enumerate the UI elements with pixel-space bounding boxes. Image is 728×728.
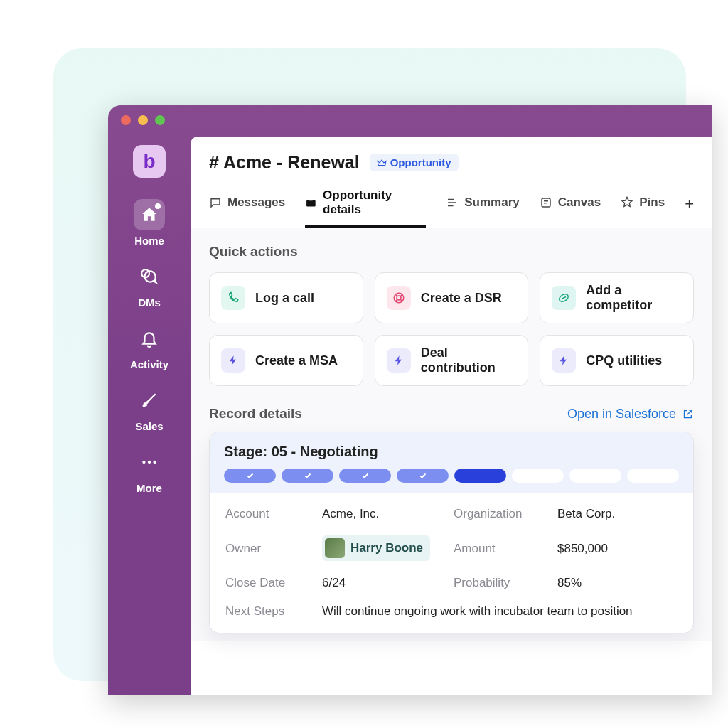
rocket-icon bbox=[140, 391, 159, 410]
channel-title[interactable]: # Acme - Renewal bbox=[209, 152, 360, 173]
field-value-close-date: 6/24 bbox=[322, 576, 442, 590]
quick-action-cpq-utilities[interactable]: CPQ utilities bbox=[540, 335, 694, 386]
quick-action-create-dsr[interactable]: Create a DSR bbox=[375, 272, 529, 323]
pin-icon bbox=[621, 196, 633, 209]
maximize-window-dot[interactable] bbox=[155, 115, 165, 125]
summary-icon bbox=[446, 196, 459, 209]
field-value-account: Acme, Inc. bbox=[322, 507, 442, 521]
add-tab-button[interactable]: + bbox=[685, 195, 694, 222]
tab-pins[interactable]: Pins bbox=[621, 196, 665, 220]
stage-pill-done[interactable] bbox=[224, 469, 276, 483]
quick-action-create-msa[interactable]: Create a MSA bbox=[209, 335, 363, 386]
svg-point-3 bbox=[153, 461, 156, 464]
svg-point-1 bbox=[142, 461, 145, 464]
main-content: # Acme - Renewal Opportunity Messages Op… bbox=[191, 136, 712, 695]
sidebar-item-label: Home bbox=[134, 235, 164, 247]
quick-action-deal-contribution[interactable]: Deal contribution bbox=[375, 335, 529, 386]
bolt-icon bbox=[552, 348, 576, 373]
svg-rect-4 bbox=[306, 200, 316, 207]
field-value-probability: 85% bbox=[557, 576, 678, 590]
stage-pill-current[interactable] bbox=[454, 469, 506, 483]
sidebar-item-label: Sales bbox=[135, 420, 163, 432]
avatar bbox=[325, 538, 345, 558]
stage-progress bbox=[224, 469, 679, 483]
canvas-icon bbox=[540, 196, 552, 209]
stage-pill-done[interactable] bbox=[397, 469, 449, 483]
close-window-dot[interactable] bbox=[121, 115, 131, 125]
record-fields: Account Acme, Inc. Organization Beta Cor… bbox=[210, 493, 693, 633]
owner-chip[interactable]: Harry Boone bbox=[322, 535, 430, 561]
stage-pill-done[interactable] bbox=[339, 469, 391, 483]
minimize-window-dot[interactable] bbox=[138, 115, 148, 125]
tab-bar: Messages Opportunity details Summary Can… bbox=[209, 188, 694, 228]
sidebar-item-activity[interactable]: Activity bbox=[130, 323, 168, 370]
opportunity-badge[interactable]: Opportunity bbox=[370, 154, 459, 171]
briefcase-icon bbox=[305, 196, 317, 209]
dms-icon bbox=[140, 267, 159, 286]
field-label-account: Account bbox=[225, 507, 311, 521]
bolt-icon bbox=[221, 348, 245, 373]
quick-action-add-competitor[interactable]: Add a competitor bbox=[540, 272, 694, 323]
field-label-organization: Organization bbox=[454, 507, 546, 521]
lifebuoy-icon bbox=[387, 286, 411, 310]
record-details-title: Record details bbox=[209, 406, 302, 422]
sidebar-item-label: More bbox=[136, 482, 162, 494]
app-window: b Home DMs Activity Sales bbox=[108, 105, 712, 695]
sidebar-item-more[interactable]: More bbox=[134, 446, 165, 494]
stage-pill-upcoming[interactable] bbox=[569, 469, 621, 483]
bolt-icon bbox=[387, 348, 411, 373]
bell-icon bbox=[140, 329, 159, 348]
sidebar-item-home[interactable]: Home bbox=[134, 199, 165, 247]
football-icon bbox=[552, 286, 576, 310]
window-traffic-lights bbox=[121, 115, 165, 125]
field-label-probability: Probability bbox=[454, 576, 546, 590]
svg-point-2 bbox=[148, 461, 151, 464]
external-link-icon bbox=[682, 408, 694, 420]
svg-point-8 bbox=[397, 296, 401, 300]
phone-icon bbox=[221, 286, 245, 310]
stage-pill-upcoming[interactable] bbox=[627, 469, 679, 483]
field-value-amount: $850,000 bbox=[557, 542, 678, 556]
sidebar-item-sales[interactable]: Sales bbox=[134, 385, 165, 432]
field-label-amount: Amount bbox=[454, 542, 546, 556]
tab-summary[interactable]: Summary bbox=[446, 196, 519, 220]
field-value-organization: Beta Corp. bbox=[557, 507, 678, 521]
svg-rect-5 bbox=[309, 198, 314, 200]
stage-title: Stage: 05 - Negotiating bbox=[224, 444, 679, 460]
crown-icon bbox=[377, 158, 387, 168]
tab-messages[interactable]: Messages bbox=[209, 196, 285, 220]
ellipsis-icon bbox=[140, 453, 159, 471]
channel-header: # Acme - Renewal Opportunity bbox=[209, 152, 694, 173]
field-label-next-steps: Next Steps bbox=[225, 604, 311, 619]
stage-strip: Stage: 05 - Negotiating bbox=[210, 432, 693, 493]
sidebar-item-dms[interactable]: DMs bbox=[134, 261, 165, 309]
notification-dot bbox=[155, 203, 161, 209]
open-in-salesforce-link[interactable]: Open in Salesforce bbox=[567, 407, 694, 422]
stage-pill-done[interactable] bbox=[282, 469, 333, 483]
field-value-owner[interactable]: Harry Boone bbox=[322, 535, 442, 562]
hash-icon: # bbox=[209, 152, 219, 172]
workspace-badge[interactable]: b bbox=[133, 145, 166, 178]
sidebar: b Home DMs Activity Sales bbox=[108, 105, 191, 695]
record-card: Stage: 05 - Negotiating Account Acm bbox=[209, 432, 694, 633]
messages-icon bbox=[209, 196, 222, 209]
field-value-next-steps: Will continue ongoing work with incubato… bbox=[322, 604, 678, 619]
quick-action-log-call[interactable]: Log a call bbox=[209, 272, 363, 323]
tab-canvas[interactable]: Canvas bbox=[540, 196, 601, 220]
quick-actions-title: Quick actions bbox=[209, 244, 694, 259]
field-label-owner: Owner bbox=[225, 542, 311, 556]
quick-actions-section: Quick actions Log a call Create a DSR bbox=[191, 228, 712, 641]
sidebar-item-label: Activity bbox=[130, 358, 168, 370]
field-label-close-date: Close Date bbox=[225, 576, 311, 590]
tab-opportunity-details[interactable]: Opportunity details bbox=[305, 188, 426, 228]
sidebar-item-label: DMs bbox=[138, 296, 161, 309]
stage-pill-upcoming[interactable] bbox=[512, 469, 564, 483]
